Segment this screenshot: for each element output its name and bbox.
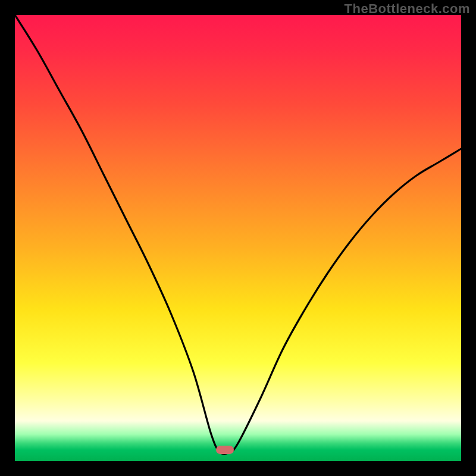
chart-container: TheBottleneck.com (0, 0, 476, 476)
sweet-spot-marker (216, 446, 234, 454)
bottleneck-curve (15, 15, 461, 461)
plot-area (15, 15, 461, 461)
